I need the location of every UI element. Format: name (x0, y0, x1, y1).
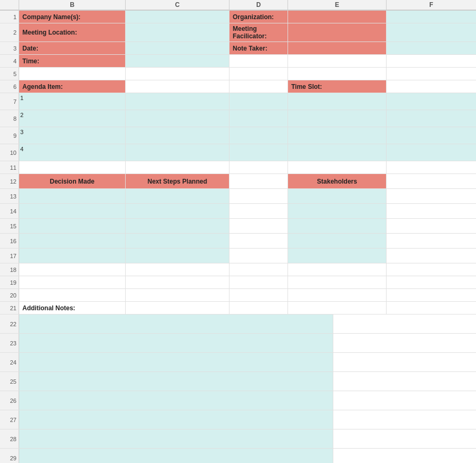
cell-c16[interactable] (126, 234, 229, 248)
cell-c3[interactable] (126, 42, 229, 54)
cell-notes-24[interactable] (19, 353, 333, 371)
row-26: 26 (0, 391, 476, 410)
cell-c4[interactable] (126, 55, 229, 67)
cell-c21 (126, 302, 229, 314)
cell-b12[interactable]: Decision Made (19, 174, 126, 188)
row-num-25: 25 (0, 372, 19, 391)
cell-b16[interactable] (19, 234, 126, 248)
cell-e7[interactable] (288, 93, 387, 110)
cell-b1[interactable]: Company Name(s): (19, 11, 126, 23)
cell-d19 (229, 276, 288, 288)
cell-f15 (387, 219, 476, 233)
cell-e15[interactable] (288, 219, 387, 233)
cell-c12[interactable]: Next Steps Planned (126, 174, 229, 188)
cell-c17[interactable] (126, 249, 229, 263)
cell-b7[interactable]: 1 (19, 93, 126, 110)
cell-b13[interactable] (19, 189, 126, 203)
cell-e11 (288, 161, 387, 173)
cell-b2[interactable]: Meeting Location: (19, 23, 126, 42)
cell-b4[interactable]: Time: (19, 55, 126, 67)
cell-notes-23[interactable] (19, 334, 333, 352)
cell-d9[interactable] (229, 127, 288, 144)
row-4: 4 Time: (0, 55, 476, 68)
cell-e16[interactable] (288, 234, 387, 248)
row-num-1: 1 (0, 11, 19, 23)
cell-f3[interactable] (387, 42, 476, 54)
cell-c13[interactable] (126, 189, 229, 203)
agenda-num-2: 2 (20, 112, 23, 118)
cell-e17[interactable] (288, 249, 387, 263)
cell-f12 (387, 174, 476, 188)
cell-c14[interactable] (126, 204, 229, 218)
cell-e13[interactable] (288, 189, 387, 203)
cell-notes-26[interactable] (19, 391, 333, 410)
cell-d4[interactable] (229, 55, 288, 67)
cell-f4[interactable] (387, 55, 476, 67)
cell-b9[interactable]: 3 (19, 127, 126, 144)
cell-d10[interactable] (229, 144, 288, 161)
cell-d12 (229, 174, 288, 188)
cell-f20 (387, 289, 476, 301)
cell-f1[interactable] (387, 11, 476, 23)
cell-f2[interactable] (387, 23, 476, 42)
cell-b8[interactable]: 2 (19, 110, 126, 127)
cell-d2[interactable]: Meeting Facilicator: (229, 23, 288, 42)
cell-c8[interactable] (126, 110, 229, 127)
cell-d8[interactable] (229, 110, 288, 127)
cell-b6[interactable]: Agenda Item: (19, 80, 126, 93)
cell-e3[interactable] (288, 42, 387, 54)
row-25: 25 (0, 372, 476, 391)
cell-b14[interactable] (19, 204, 126, 218)
row-28: 28 (0, 429, 476, 449)
cell-e14[interactable] (288, 204, 387, 218)
col-header-e: E (288, 0, 387, 10)
cell-f23 (333, 334, 423, 352)
row-num-27: 27 (0, 410, 19, 429)
cell-f8[interactable] (387, 110, 476, 127)
cell-f9[interactable] (387, 127, 476, 144)
cell-c2[interactable] (126, 23, 229, 42)
cell-c18 (126, 263, 229, 276)
cell-c1[interactable] (126, 11, 229, 23)
cell-notes-29[interactable] (19, 449, 333, 463)
row-23: 23 (0, 334, 476, 353)
cell-d7[interactable] (229, 93, 288, 110)
cell-c7[interactable] (126, 93, 229, 110)
cell-notes-25[interactable] (19, 372, 333, 391)
cell-b15[interactable] (19, 219, 126, 233)
cell-c10[interactable] (126, 144, 229, 161)
cell-f22 (333, 315, 423, 333)
cell-e1[interactable] (288, 11, 387, 23)
row-9: 9 3 (0, 127, 476, 144)
cell-f18 (387, 263, 476, 276)
row-num-24: 24 (0, 353, 19, 371)
cell-notes-28[interactable] (19, 429, 333, 448)
cell-c15[interactable] (126, 219, 229, 233)
row-13: 13 (0, 189, 476, 204)
cell-f28 (333, 429, 423, 448)
cell-b3[interactable]: Date: (19, 42, 126, 54)
cell-b17[interactable] (19, 249, 126, 263)
cell-e8[interactable] (288, 110, 387, 127)
cell-e10[interactable] (288, 144, 387, 161)
cell-f25 (333, 372, 423, 391)
cell-notes-27[interactable] (19, 410, 333, 429)
cell-f10[interactable] (387, 144, 476, 161)
cell-notes-22[interactable] (19, 315, 333, 333)
spreadsheet: B C D E F 1 Company Name(s): Organizatio… (0, 0, 476, 463)
cell-e4[interactable] (288, 55, 387, 67)
cell-f7[interactable] (387, 93, 476, 110)
cell-b19 (19, 276, 126, 288)
cell-e2[interactable] (288, 23, 387, 42)
cell-d1[interactable]: Organization: (229, 11, 288, 23)
cell-d3[interactable]: Note Taker: (229, 42, 288, 54)
row-19: 19 (0, 276, 476, 289)
cell-c9[interactable] (126, 127, 229, 144)
cell-e18 (288, 263, 387, 276)
cell-e9[interactable] (288, 127, 387, 144)
row-num-18: 18 (0, 263, 19, 276)
row-22: 22 (0, 315, 476, 334)
cell-b10[interactable]: 4 (19, 144, 126, 161)
cell-e12[interactable]: Stakeholders (288, 174, 387, 188)
cell-e6[interactable]: Time Slot: (288, 80, 387, 93)
